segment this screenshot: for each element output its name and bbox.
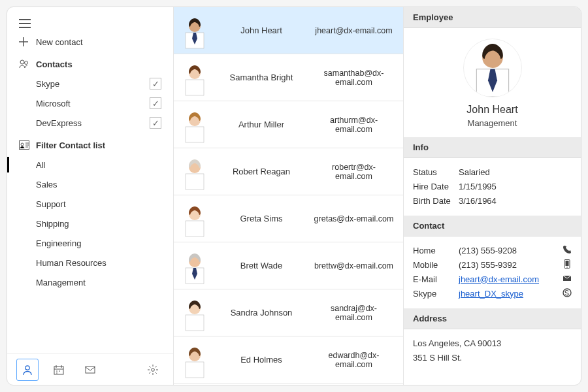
contact-row[interactable]: Greta Simsgretas@dx-email.com: [174, 195, 403, 242]
mobile-label: Mobile: [413, 260, 459, 270]
new-contact-button[interactable]: New contact: [7, 32, 173, 52]
employee-hero: John Heart Management: [404, 28, 581, 137]
plus-icon: [19, 37, 36, 46]
contacts-header-label: Contacts: [36, 59, 161, 69]
contact-email: sandraj@dx-email.com: [314, 304, 397, 322]
contact-name: Brett Wade: [209, 261, 314, 270]
contact-row[interactable]: Arthur Millerarthurm@dx-email.com: [174, 101, 403, 148]
svg-rect-12: [186, 127, 204, 142]
contact-email: gretas@dx-email.com: [314, 214, 397, 223]
contact-name: Sandra Johnson: [209, 308, 314, 318]
contact-row[interactable]: Sandra Johnsonsandraj@dx-email.com: [174, 289, 403, 336]
contact-email: samanthab@dx-email.com: [314, 69, 397, 87]
contact-name: Greta Sims: [209, 214, 314, 223]
sidebar-group-label: Microsoft: [36, 99, 150, 108]
svg-point-3: [21, 143, 24, 146]
contact-section-header: Contact: [404, 216, 581, 237]
footer-contacts-button[interactable]: [16, 359, 39, 381]
contact-avatar: [180, 340, 209, 380]
contact-row[interactable]: Robert Reaganrobertr@dx-email.com: [174, 148, 403, 195]
contact-email: arthurm@dx-email.com: [314, 116, 397, 134]
filter-all[interactable]: All: [7, 155, 173, 174]
hire-date-label: Hire Date: [413, 182, 459, 191]
skype-link[interactable]: jheart_DX_skype: [459, 289, 523, 299]
filter-label: Engineering: [36, 238, 161, 248]
employee-section-header: Employee: [404, 7, 581, 28]
birth-date-label: Birth Date: [413, 196, 459, 206]
contact-name: John Heart: [209, 25, 314, 35]
contact-row[interactable]: Brett Wadebrettw@dx-email.com: [174, 242, 403, 289]
footer-settings-button[interactable]: [142, 359, 164, 381]
contact-name: Ed Holmes: [209, 355, 314, 365]
contact-avatar: [180, 293, 209, 333]
contact-row[interactable]: Ed Holmesedwardh@dx-email.com: [174, 336, 403, 384]
filter-label: All: [36, 160, 161, 170]
contact-row[interactable]: Samantha Brightsamanthab@dx-email.com: [174, 54, 403, 101]
filter-label: Sales: [36, 180, 161, 189]
sidebar-footer: [7, 353, 173, 385]
contact-name: Arthur Miller: [209, 120, 314, 129]
contact-avatar: [180, 10, 209, 51]
id-card-icon: [19, 140, 36, 150]
contact-name: Robert Reagan: [209, 167, 314, 176]
email-link[interactable]: jheart@dx-email.com: [459, 274, 539, 284]
home-value: (213) 555-9208: [459, 246, 557, 255]
status-value: Salaried: [459, 167, 572, 177]
sidebar-group-microsoft[interactable]: Microsoft✓: [7, 93, 173, 113]
svg-rect-14: [186, 174, 204, 189]
contact-avatar: [180, 105, 209, 145]
filter-label: Human Resources: [36, 258, 161, 268]
svg-point-0: [20, 60, 24, 64]
footer-mail-button[interactable]: [79, 359, 101, 381]
gear-icon: [147, 364, 159, 376]
sidebar-group-skype[interactable]: Skype✓: [7, 74, 173, 93]
email-label: E-Mail: [413, 274, 459, 284]
detail-panel: Employee John Heart Management Info Stat…: [404, 7, 581, 385]
new-contact-label: New contact: [36, 37, 161, 47]
filter-label: Shipping: [36, 219, 161, 229]
contact-list: John Heartjheart@dx-email.comSamantha Br…: [174, 7, 404, 385]
contacts-header[interactable]: Contacts: [7, 54, 173, 74]
svg-rect-22: [186, 362, 204, 378]
mobile-value: (213) 555-9392: [459, 260, 557, 270]
menu-toggle[interactable]: [7, 12, 173, 32]
filter-management[interactable]: Management: [7, 272, 173, 292]
contact-avatar: [180, 246, 209, 286]
address-line1: Los Angeles, CA 90013: [413, 338, 572, 348]
svg-rect-16: [186, 221, 204, 237]
sidebar: New contact Contacts Skype✓Microsoft✓Dev…: [7, 7, 174, 385]
checkbox-icon[interactable]: ✓: [150, 78, 161, 90]
checkbox-icon[interactable]: ✓: [150, 117, 161, 129]
footer-calendar-button[interactable]: [48, 359, 70, 381]
contact-row[interactable]: John Heartjheart@dx-email.com: [174, 7, 403, 54]
mobile-icon[interactable]: [557, 259, 572, 270]
filter-label: Support: [36, 199, 161, 209]
calendar-icon: [53, 364, 65, 376]
contact-email: edwardh@dx-email.com: [314, 351, 397, 369]
filter-label: Management: [36, 278, 161, 287]
phone-icon[interactable]: [557, 245, 572, 256]
mail-icon: [84, 364, 96, 376]
filter-sales[interactable]: Sales: [7, 174, 173, 194]
envelope-icon[interactable]: [557, 274, 572, 285]
employee-avatar: [463, 39, 522, 97]
skype-icon[interactable]: [557, 288, 572, 299]
filter-header[interactable]: Filter Contact list: [7, 135, 173, 155]
skype-label: Skype: [413, 289, 459, 299]
checkbox-icon[interactable]: ✓: [150, 97, 161, 109]
sidebar-group-devexpress[interactable]: DevExpress✓: [7, 113, 173, 133]
svg-rect-5: [54, 367, 63, 374]
svg-rect-27: [566, 261, 569, 266]
svg-point-1: [25, 61, 28, 65]
contact-avatar: [180, 57, 209, 98]
svg-point-7: [152, 368, 155, 371]
people-icon: [19, 59, 36, 69]
filter-support[interactable]: Support: [7, 194, 173, 214]
svg-rect-10: [186, 80, 204, 95]
person-icon: [22, 364, 33, 376]
filter-human-resources[interactable]: Human Resources: [7, 253, 173, 272]
info-block: StatusSalaried Hire Date1/15/1995 Birth …: [404, 158, 581, 216]
contact-avatar: [180, 199, 209, 239]
filter-shipping[interactable]: Shipping: [7, 214, 173, 233]
filter-engineering[interactable]: Engineering: [7, 233, 173, 253]
